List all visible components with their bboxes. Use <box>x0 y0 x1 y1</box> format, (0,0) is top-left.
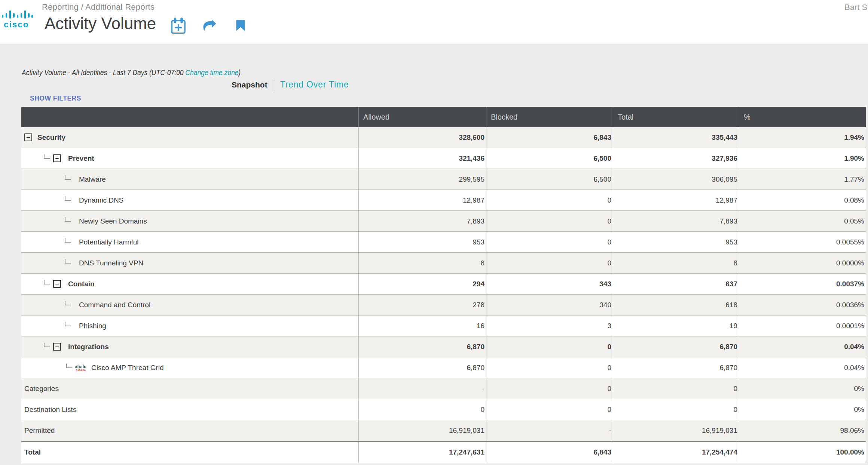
svg-text:cisco: cisco <box>76 368 85 371</box>
svg-text:cisco: cisco <box>4 20 29 28</box>
